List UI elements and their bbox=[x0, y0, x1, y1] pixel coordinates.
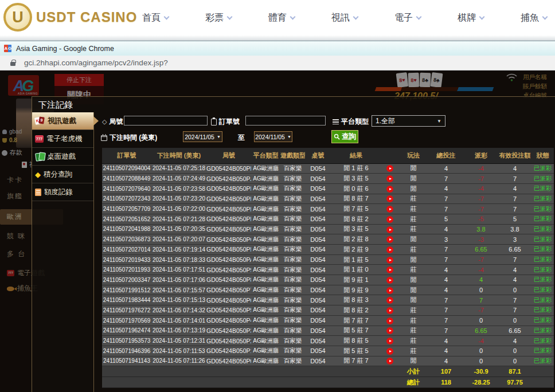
nav-item-slots[interactable]: 電子 bbox=[394, 12, 421, 24]
replay-button[interactable] bbox=[386, 257, 393, 264]
table-row: 241105071983444 2024-11-05 07:15:13 GD05… bbox=[102, 295, 554, 305]
nav-item-live[interactable]: 視訊 bbox=[331, 12, 358, 24]
menu-label: 桌面遊戲 bbox=[47, 152, 76, 162]
replay-button[interactable] bbox=[386, 338, 393, 344]
cell-total-bet: 4 bbox=[428, 346, 464, 356]
platform-select[interactable]: 1.全部 ▼ bbox=[372, 115, 445, 127]
cell-platform: AG歐洲廳 bbox=[251, 336, 280, 346]
cell-game-type: 百家樂 bbox=[280, 326, 305, 336]
cell-replay bbox=[381, 275, 398, 285]
replay-button[interactable] bbox=[386, 266, 393, 273]
label-text: 訂單號 bbox=[219, 117, 240, 127]
menu-item-credit-log[interactable]: 額度記錄 bbox=[32, 183, 93, 201]
grandtotal-payout: -28.25 bbox=[464, 377, 498, 388]
chrome-addressbar[interactable]: gci.2hhapi.com/agingame/pcv2/index.jsp? bbox=[0, 56, 555, 70]
menu-item-points-query[interactable]: 積分查詢 bbox=[32, 166, 93, 183]
nav-item-cards[interactable]: 棋牌 bbox=[458, 12, 484, 24]
url-text[interactable]: gci.2hhapi.com/agingame/pcv2/index.jsp? bbox=[24, 58, 168, 67]
replay-button[interactable] bbox=[386, 195, 393, 202]
menu-item-table-games[interactable]: 桌面遊戲 bbox=[32, 148, 93, 166]
cell-total-bet: 7 bbox=[428, 254, 464, 265]
cell-replay bbox=[381, 204, 398, 214]
cell-bet-time: 2024-11-05 07:12:31 bbox=[151, 336, 206, 346]
replay-button[interactable] bbox=[386, 216, 393, 223]
replay-button[interactable] bbox=[386, 186, 393, 193]
cell-platform: AG歐洲廳 bbox=[251, 305, 280, 316]
cell-replay bbox=[381, 183, 398, 194]
cell-game-type: 百家樂 bbox=[280, 295, 305, 305]
replay-button[interactable] bbox=[386, 246, 393, 253]
cell-order-id: 241105071970569 bbox=[102, 315, 151, 326]
replay-button[interactable] bbox=[386, 358, 393, 364]
cell-bet-side: 莊 bbox=[398, 204, 428, 214]
cell-total-bet: 4 bbox=[428, 356, 464, 366]
cell-payout: -7 bbox=[464, 305, 498, 316]
cell-order-id: 241105071962474 bbox=[102, 326, 151, 336]
replay-button[interactable] bbox=[386, 175, 393, 182]
cell-payout: -7 bbox=[464, 254, 498, 265]
replay-button[interactable] bbox=[386, 236, 393, 243]
lock-icon[interactable] bbox=[10, 62, 15, 66]
nav-item-fishing[interactable]: 捕魚 bbox=[521, 12, 547, 24]
cell-replay bbox=[381, 305, 398, 316]
cell-bet-time: 2024-11-05 07:15:57 bbox=[151, 285, 206, 295]
subtotal-label: 小計 bbox=[398, 366, 428, 377]
cell-replay bbox=[381, 336, 398, 346]
cell-bet-side: 莊 bbox=[398, 346, 428, 356]
cell-bet-time: 2024-11-05 07:13:19 bbox=[151, 326, 206, 336]
round-number-input[interactable] bbox=[124, 116, 208, 126]
cell-bet-time: 2024-11-05 07:18:33 bbox=[151, 254, 206, 265]
replay-button[interactable] bbox=[386, 277, 393, 284]
cell-game-type: 百家樂 bbox=[280, 224, 305, 234]
cell-replay bbox=[381, 254, 398, 265]
menu-item-video-games[interactable]: 視訊遊戲 bbox=[32, 112, 93, 130]
replay-button[interactable] bbox=[386, 206, 393, 213]
table-row: 241105072094004 2024-11-05 07:25:18 GD05… bbox=[102, 163, 554, 174]
date-from-button[interactable]: 2024/11/05 ▼ bbox=[183, 131, 222, 142]
date-to-button[interactable]: 2024/11/05 ▼ bbox=[254, 131, 292, 142]
window-top-strip bbox=[0, 36, 555, 41]
cell-bet-side: 莊 bbox=[398, 224, 428, 234]
cell-status: 已派彩 bbox=[531, 234, 554, 245]
cell-total-bet: 3 bbox=[428, 234, 464, 245]
cell-platform: AG歐洲廳 bbox=[251, 315, 280, 326]
cell-bet-side: 閒 bbox=[398, 356, 428, 366]
replay-button[interactable] bbox=[386, 165, 393, 172]
replay-button[interactable] bbox=[386, 348, 393, 355]
search-button[interactable]: 查詢 bbox=[331, 130, 358, 143]
clipboard-icon bbox=[211, 119, 217, 126]
replay-button[interactable] bbox=[386, 297, 393, 304]
ag-favicon-icon: A G bbox=[4, 45, 11, 52]
cell-bet-side: 莊 bbox=[398, 194, 428, 204]
cell-payout: 6.65 bbox=[464, 245, 498, 255]
usdt-logo[interactable]: U USDT CASINO bbox=[3, 3, 137, 32]
cell-round-id: GD05424B050P7 bbox=[206, 285, 251, 295]
nav-item-home[interactable]: 首頁 bbox=[142, 12, 169, 24]
cell-order-id: 241105072057709 bbox=[102, 204, 151, 214]
replay-button[interactable] bbox=[386, 287, 393, 294]
cell-payout: -4 bbox=[464, 163, 498, 174]
order-number-input[interactable] bbox=[245, 116, 326, 126]
replay-button[interactable] bbox=[386, 226, 393, 233]
table-row: 241105071962474 2024-11-05 07:13:19 GD05… bbox=[102, 326, 554, 336]
nav-item-lottery[interactable]: 彩票 bbox=[205, 12, 232, 24]
replay-button[interactable] bbox=[386, 317, 393, 324]
menu-item-slot-machines[interactable]: 電子老虎機 bbox=[32, 130, 93, 148]
header-status: 狀態 bbox=[531, 148, 554, 163]
main-nav: 首頁 彩票 體育 視訊 電子 棋牌 捕魚 bbox=[142, 0, 547, 36]
platform-selected-value: 1.全部 bbox=[376, 116, 395, 126]
header-platform: 平台類型 bbox=[251, 148, 280, 163]
cell-result: 閒 2 莊 9 bbox=[331, 245, 381, 255]
cell-total-bet: 4 bbox=[428, 336, 464, 346]
cell-valid-bet: 0 bbox=[498, 285, 531, 295]
replay-button[interactable] bbox=[386, 327, 393, 334]
cell-status: 已派彩 bbox=[531, 336, 554, 346]
replay-button[interactable] bbox=[386, 307, 393, 314]
cell-valid-bet: 4 bbox=[498, 275, 531, 285]
nav-item-sports[interactable]: 體育 bbox=[268, 12, 295, 24]
cell-bet-side: 閒 bbox=[398, 174, 428, 184]
cell-payout: -7 bbox=[464, 174, 498, 184]
panel-content: ◇ 局號 訂單號 平台類型 1.全部 ▼ bbox=[94, 112, 555, 392]
cell-table-no: D054 bbox=[305, 194, 331, 204]
game-viewport: A G ASIA GAMING 停止下注 開牌中 gbad 0.8 存款 視 卡… bbox=[0, 70, 555, 392]
